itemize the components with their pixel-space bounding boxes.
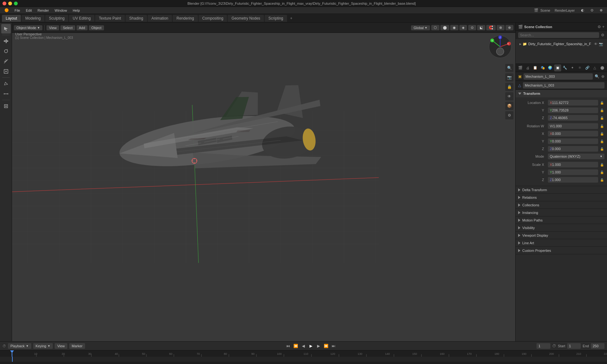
physics-props-tab[interactable]: ⚛: [576, 64, 584, 71]
object-props-tab[interactable]: ▣: [554, 64, 561, 71]
tab-geometry-nodes[interactable]: Geometry Nodes: [228, 15, 264, 22]
tool-annotate[interactable]: [1, 79, 11, 88]
render-layer-label[interactable]: RenderLayer: [555, 9, 575, 12]
viewport-overlay-btn[interactable]: ⊙: [588, 8, 596, 13]
visibility-section[interactable]: Visibility: [516, 224, 607, 232]
scale-y-field[interactable]: Y 1.000: [548, 169, 598, 175]
motion-paths-section[interactable]: Motion Paths: [516, 216, 607, 224]
prev-keyframe-btn[interactable]: ⏪: [292, 343, 299, 349]
rotation-z-lock[interactable]: 🔓: [599, 146, 604, 151]
filter-outliner-icon[interactable]: ⚙: [601, 33, 604, 37]
scale-z-lock[interactable]: 🔓: [599, 177, 604, 182]
rotation-z-field[interactable]: Z 0.000: [548, 146, 598, 152]
snap-toggle[interactable]: 🧲: [486, 25, 496, 30]
current-frame-field[interactable]: 1: [536, 343, 550, 349]
maximize-button[interactable]: [14, 2, 18, 5]
collection-vis-btn[interactable]: 👁: [505, 92, 513, 100]
rotation-y-field[interactable]: Y 0.000: [548, 138, 598, 144]
menu-window[interactable]: Window: [52, 8, 70, 13]
solid-shading[interactable]: ⬤: [440, 25, 449, 30]
constraint-props-tab[interactable]: 🔗: [584, 64, 591, 71]
scene-props-tab[interactable]: 🎭: [539, 64, 547, 71]
transform-gizmo[interactable]: ⊕: [506, 25, 513, 30]
particle-props-tab[interactable]: ✦: [569, 64, 576, 71]
location-z-lock[interactable]: 🔓: [599, 115, 604, 120]
zoom-in-btn[interactable]: 🔍: [505, 64, 513, 72]
visibility-eye-icon[interactable]: 👁: [594, 42, 598, 46]
render-props-tab[interactable]: 🎬: [517, 64, 524, 71]
view-layer-props-tab[interactable]: 📋: [532, 64, 539, 71]
scale-x-field[interactable]: X 1.000: [548, 162, 598, 167]
object-name-field[interactable]: Mechanism_L_003: [524, 73, 593, 80]
close-button[interactable]: [3, 2, 6, 5]
rendered-shading[interactable]: ◈: [459, 25, 467, 30]
tab-animation[interactable]: Animation: [148, 15, 172, 22]
rotation-y-lock[interactable]: 🔓: [599, 139, 604, 144]
tab-rendering[interactable]: Rendering: [173, 15, 198, 22]
tab-layout[interactable]: Layout: [2, 15, 21, 22]
view-menu-tl[interactable]: View: [55, 343, 67, 349]
scale-x-lock[interactable]: 🔓: [599, 162, 604, 167]
menu-blender[interactable]: 🟠: [2, 8, 11, 13]
select-menu[interactable]: Select: [60, 25, 75, 30]
next-keyframe-btn[interactable]: ⏩: [323, 343, 329, 349]
location-z-field[interactable]: Z -74.46065: [548, 115, 598, 121]
transform-section-header[interactable]: Transform: [516, 90, 607, 97]
tab-shading[interactable]: Shading: [126, 15, 147, 22]
render-camera-icon[interactable]: 📷: [599, 42, 603, 46]
location-y-lock[interactable]: 🔓: [599, 108, 604, 113]
custom-properties-section[interactable]: Custom Properties: [516, 247, 607, 254]
tool-scale[interactable]: [1, 57, 11, 66]
object-mode-dropdown[interactable]: Object Mode ▼: [14, 25, 42, 30]
play-btn[interactable]: ▶: [308, 343, 314, 349]
object-type-btn[interactable]: 📦: [505, 102, 513, 110]
viewport-gizmo-btn[interactable]: ⊕: [597, 8, 605, 13]
data-props-tab[interactable]: △: [591, 64, 598, 71]
tool-rotate[interactable]: [1, 46, 11, 56]
rotation-mode-dropdown[interactable]: Quaternion (WXYZ) ▼: [548, 154, 604, 159]
rotation-x-lock[interactable]: 🔓: [599, 131, 604, 136]
object-search-icon[interactable]: 🔍: [595, 74, 599, 79]
add-menu[interactable]: Add: [77, 25, 88, 30]
view-menu[interactable]: View: [46, 25, 59, 30]
tab-texture-paint[interactable]: Texture Paint: [95, 15, 125, 22]
marker-menu[interactable]: Marker: [69, 343, 85, 349]
tab-modeling[interactable]: Modeling: [21, 15, 45, 22]
navigation-gizmo[interactable]: X Y Z: [487, 34, 513, 59]
scene-name[interactable]: Scene: [540, 9, 550, 12]
modifier-props-tab[interactable]: 🔧: [561, 64, 569, 71]
menu-file[interactable]: File: [12, 8, 23, 13]
next-frame-btn[interactable]: ▶: [315, 343, 322, 349]
global-local-toggle[interactable]: Global ▼: [411, 25, 430, 30]
object-menu[interactable]: Object: [89, 25, 104, 30]
playback-menu[interactable]: Playback ▼: [8, 343, 31, 349]
instancing-section[interactable]: Instancing: [516, 209, 607, 216]
lock-view-btn[interactable]: 🔒: [505, 83, 513, 91]
viewport-display-section[interactable]: Viewport Display: [516, 232, 607, 239]
tab-scripting[interactable]: Scripting: [265, 15, 287, 22]
relations-section[interactable]: Relations: [516, 194, 607, 201]
output-props-tab[interactable]: 🖨: [524, 64, 532, 71]
frame-start-field[interactable]: 1: [567, 343, 581, 349]
rotation-x-field[interactable]: X 0.000: [548, 131, 598, 136]
xray-toggle[interactable]: ⬕: [477, 25, 485, 30]
menu-help[interactable]: Help: [70, 8, 83, 13]
timeline-track[interactable]: [0, 357, 607, 362]
proportional-edit[interactable]: ⊗: [497, 25, 505, 30]
line-art-section[interactable]: Line Art: [516, 239, 607, 247]
rotation-w-field[interactable]: W 1.000: [548, 123, 598, 129]
material-props-tab[interactable]: ⬤: [599, 64, 606, 71]
tool-add-cube[interactable]: [1, 101, 11, 111]
location-x-field[interactable]: X 111.62772: [548, 100, 598, 106]
tool-select[interactable]: [1, 24, 11, 33]
mesh-name-field[interactable]: Mechanism_L_003: [523, 82, 604, 88]
collections-section[interactable]: Collections: [516, 201, 607, 209]
location-y-field[interactable]: Y 206.73528: [548, 107, 598, 113]
viewport-3d[interactable]: Object Mode ▼ View Select Add Object Glo…: [12, 23, 515, 341]
minimize-button[interactable]: [8, 2, 12, 5]
menu-edit[interactable]: Edit: [23, 8, 34, 13]
material-shading[interactable]: ◉: [450, 25, 458, 30]
scale-z-field[interactable]: Z 1.000: [548, 177, 598, 183]
add-workspace-button[interactable]: +: [288, 15, 295, 22]
add-collection-icon[interactable]: +: [602, 25, 604, 29]
